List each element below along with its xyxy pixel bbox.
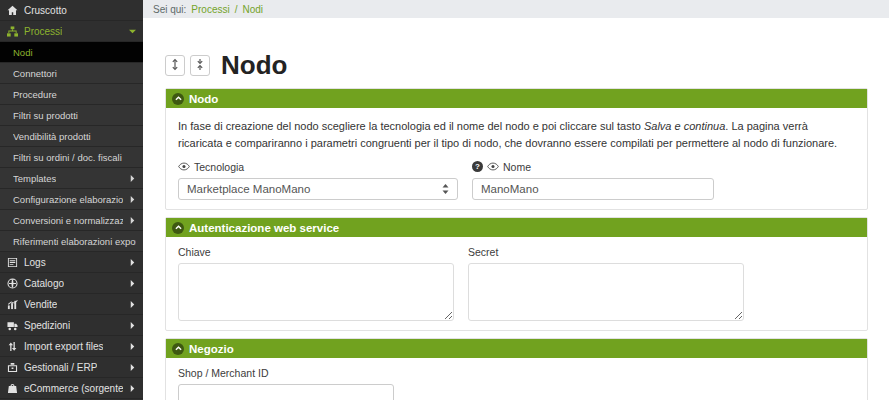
eye-icon <box>487 162 499 171</box>
breadcrumb-link-nodi[interactable]: Nodi <box>243 4 264 15</box>
ecommerce-icon <box>7 383 18 394</box>
sidebar-item-label: Spedizioni <box>24 320 70 331</box>
chevron-right-icon <box>129 385 136 392</box>
tecnologia-label: Tecnologia <box>178 160 458 173</box>
tecnologia-select[interactable]: Marketplace ManoMano <box>178 178 458 200</box>
sidebar-item-label: Filtri su ordini / doc. fiscali <box>13 152 122 163</box>
breadcrumb-prefix: Sei qui: <box>153 4 186 15</box>
collapse-all-button[interactable] <box>190 55 210 76</box>
section-nodo-title: Nodo <box>189 93 218 105</box>
shop-merchant-id-input[interactable] <box>178 384 394 400</box>
secret-textarea[interactable] <box>468 263 744 321</box>
import-export-icon <box>7 341 18 352</box>
sidebar-item-processi[interactable]: Processi <box>0 21 143 42</box>
chevron-down-icon <box>129 28 136 35</box>
sidebar-item-vendite[interactable]: Vendite <box>0 294 143 315</box>
field-chiave: Chiave <box>178 245 454 321</box>
sidebar-item-conversioni-e-normalizzazioni[interactable]: Conversioni e normalizzazioni <box>0 210 143 231</box>
chevron-right-icon <box>129 322 136 329</box>
chevron-right-icon <box>129 301 136 308</box>
page-heading-row: Nodo <box>165 50 868 81</box>
section-negozio-header[interactable]: Negozio <box>166 339 867 358</box>
sidebar-item-label: Conversioni e normalizzazioni <box>13 215 123 226</box>
chiave-label: Chiave <box>178 245 454 258</box>
sidebar-item-label: Gestionali / ERP <box>24 362 97 373</box>
eye-icon <box>178 162 190 171</box>
collapse-circle-icon <box>172 222 184 234</box>
field-secret: Secret <box>468 245 744 321</box>
sidebar-item-label: Logs <box>24 257 46 268</box>
sidebar-item-logs[interactable]: Logs <box>0 252 143 273</box>
sidebar-item-import-export-files[interactable]: Import export files <box>0 336 143 357</box>
sidebar-item-label: Templates <box>13 173 56 184</box>
sidebar-item-filtri-su-prodotti[interactable]: Filtri su prodotti <box>0 105 143 126</box>
expand-all-button[interactable] <box>165 55 185 76</box>
section-nodo-header[interactable]: Nodo <box>166 89 867 108</box>
field-nome: ? Nome <box>472 160 714 200</box>
sidebar-item-procedure[interactable]: Procedure <box>0 84 143 105</box>
sidebar-item-configurazione-elaborazioni[interactable]: Configurazione elaborazioni <box>0 189 143 210</box>
sidebar-item-connettori[interactable]: Connettori <box>0 63 143 84</box>
sidebar-item-label: Vendibilità prodotti <box>13 131 91 142</box>
sidebar-item-spedizioni[interactable]: Spedizioni <box>0 315 143 336</box>
breadcrumb: Sei qui: Processi / Nodi <box>143 0 889 18</box>
sidebar-item-label: Import export files <box>24 341 103 352</box>
sidebar-item-gestionali-erp[interactable]: Gestionali / ERP <box>0 357 143 378</box>
auth-fields-row: Chiave Secret <box>178 245 855 321</box>
section-negozio: Negozio Shop / Merchant ID <box>165 338 868 400</box>
sitemap-icon <box>7 26 18 37</box>
breadcrumb-link-processi[interactable]: Processi <box>191 4 229 15</box>
chevron-right-icon <box>129 280 136 287</box>
sidebar-item-label: Riferimenti elaborazioni export <box>13 236 136 247</box>
help-icon[interactable]: ? <box>472 161 483 172</box>
sidebar-item-label: Procedure <box>13 89 57 100</box>
sidebar-item-label: Filtri su prodotti <box>13 110 78 121</box>
shop-merchant-id-label: Shop / Merchant ID <box>178 366 394 379</box>
section-autenticazione-title: Autenticazione web service <box>189 222 339 234</box>
nome-input[interactable] <box>472 178 714 200</box>
tecnologia-selected-value: Marketplace ManoMano <box>187 183 310 195</box>
sidebar-item-label: Cruscotto <box>24 5 67 16</box>
sidebar-item-filtri-su-ordini-doc-fiscali[interactable]: Filtri su ordini / doc. fiscali <box>0 147 143 168</box>
sales-icon <box>7 299 18 310</box>
section-autenticazione-body: Chiave Secret <box>166 237 867 330</box>
sidebar-item-label: Processi <box>24 26 62 37</box>
collapse-circle-icon <box>172 343 184 355</box>
sidebar-item-vendibilit-prodotti[interactable]: Vendibilità prodotti <box>0 126 143 147</box>
chevron-right-icon <box>129 217 136 224</box>
chevron-right-icon <box>129 343 136 350</box>
nome-label: ? Nome <box>472 160 714 173</box>
logs-icon <box>7 257 18 268</box>
chevron-right-icon <box>129 364 136 371</box>
sidebar-item-riferimenti-elaborazioni-export[interactable]: Riferimenti elaborazioni export <box>0 231 143 252</box>
erp-icon <box>7 362 18 373</box>
save-continue-emphasis: Salva e continua <box>644 120 725 132</box>
sidebar-item-cruscotto[interactable]: Cruscotto <box>0 0 143 21</box>
sidebar-item-label: Catalogo <box>24 278 64 289</box>
expand-icon <box>171 58 179 74</box>
select-arrows-icon <box>442 184 449 194</box>
shipping-icon <box>7 320 18 331</box>
sidebar-item-catalogo[interactable]: Catalogo <box>0 273 143 294</box>
field-tecnologia: Tecnologia Marketplace ManoMano <box>178 160 458 200</box>
section-negozio-title: Negozio <box>189 343 234 355</box>
main-area: Sei qui: Processi / Nodi Nodo <box>143 0 889 400</box>
content: Nodo Nodo In fase di creazione del nodo … <box>143 18 889 400</box>
sidebar: Cruscotto Processi Nodi Connettori Proce… <box>0 0 143 400</box>
sidebar-item-label: Connettori <box>13 68 57 79</box>
sidebar-item-templates[interactable]: Templates <box>0 168 143 189</box>
sidebar-item-label: Nodi <box>13 47 33 58</box>
page-title: Nodo <box>221 50 287 81</box>
section-autenticazione: Autenticazione web service Chiave Secret <box>165 217 868 331</box>
collapse-circle-icon <box>172 93 184 105</box>
chiave-textarea[interactable] <box>178 263 454 321</box>
sidebar-item-label: Configurazione elaborazioni <box>13 194 123 205</box>
section-autenticazione-header[interactable]: Autenticazione web service <box>166 218 867 237</box>
field-shop-merchant-id: Shop / Merchant ID <box>178 366 394 400</box>
sidebar-item-label: eCommerce (sorgente) <box>24 383 123 394</box>
sidebar-item-ecommerce-sorgente[interactable]: eCommerce (sorgente) <box>0 378 143 399</box>
chevron-right-icon <box>129 259 136 266</box>
catalog-icon <box>7 278 18 289</box>
section-negozio-body: Shop / Merchant ID <box>166 358 867 400</box>
sidebar-item-nodi[interactable]: Nodi <box>0 42 143 63</box>
